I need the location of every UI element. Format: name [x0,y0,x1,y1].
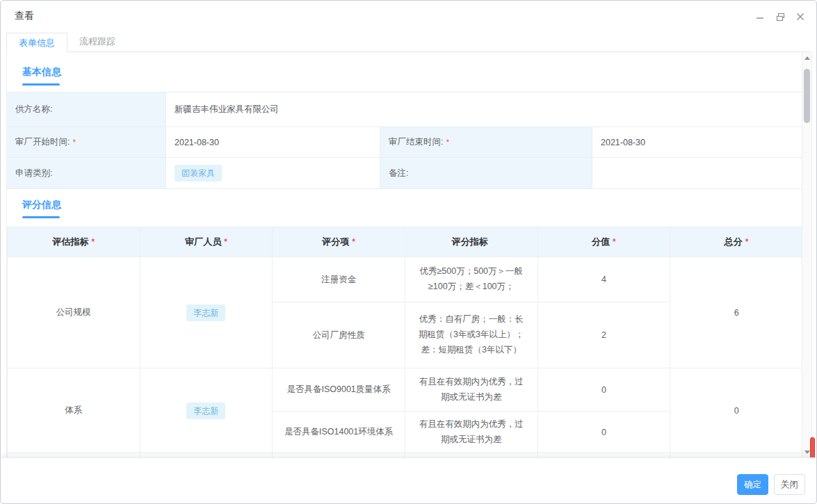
cell-indicator-system: 体系 [8,368,140,453]
field-value-apply-category: 固装家具 [166,158,380,189]
col-header-score-item: 评分项* [273,227,405,257]
cell-total-score: 0 [670,368,803,453]
minimize-icon [756,13,764,21]
required-mark: * [446,138,449,147]
cell-score-criteria: 优秀：自有厂房；一般：长期租赁（3年或3年以上）；差：短期租赁（3年以下） [405,302,537,368]
cell-auditor: 李志新 [140,368,273,453]
cell-score-value: 0 [537,412,670,453]
field-label-supplier-name: 供方名称: [7,92,166,127]
col-header-score-value: 分值* [537,227,670,257]
scroll-down-arrow-icon[interactable] [804,450,810,454]
required-mark: * [745,237,749,247]
cell-score-criteria: 有且在有效期内为优秀，过期或无证书为差 [405,412,537,453]
field-label-apply-category: 申请类别: [7,158,166,189]
col-header-audit-staff: 审厂人员* [140,227,273,257]
auditor-tag: 李志新 [186,304,225,321]
restore-button[interactable] [775,12,785,22]
cell-score-criteria: 优秀≥500万；500万＞一般≥100万；差＜100万； [405,257,537,302]
cell-score-item: 是否具备ISO9001质量体系 [273,368,405,412]
cell-score-value: 2 [537,302,670,368]
scrollbar-thumb[interactable] [804,69,810,123]
dialog-footer: 确定 关闭 [1,457,816,503]
field-value-audit-end-time: 2021-08-30 [592,127,803,158]
tab-bar: 表单信息 流程跟踪 [6,33,811,52]
cell-score-item: 公司厂房性质 [273,302,405,368]
cell-score-item: 注册资金 [273,257,405,302]
vertical-scrollbar[interactable] [802,52,811,458]
field-value-remark [592,158,803,189]
auditor-tag: 李志新 [186,403,225,419]
cell-indicator-company-scale: 公司规模 [8,257,140,368]
close-icon [796,13,804,21]
close-button[interactable] [795,12,805,22]
footer-buttons: 确定 关闭 [737,474,805,495]
dialog-title: 查看 [15,10,34,22]
basic-info-grid: 供方名称: 新疆吉丰伟业家具有限公司 审厂开始时间: * 2021-08-30 … [7,92,803,189]
cell-auditor: 李志新 [140,257,273,368]
required-mark: * [91,237,95,247]
cell-score-value: 0 [537,368,670,412]
required-mark: * [224,237,227,247]
cell-score-value: 4 [537,257,670,302]
field-value-supplier-name: 新疆吉丰伟业家具有限公司 [166,92,803,127]
restore-icon [776,13,785,22]
field-label-audit-start-time: 审厂开始时间: * [7,127,166,158]
confirm-button[interactable]: 确定 [737,474,768,495]
close-dialog-button[interactable]: 关闭 [774,474,805,495]
col-header-score-criteria: 评分指标 [405,227,537,257]
field-value-audit-start-time: 2021-08-30 [166,127,380,158]
category-tag: 固装家具 [175,165,222,181]
col-header-evaluation-indicator: 评估指标* [8,227,140,257]
tab-process-tracking[interactable]: 流程跟踪 [67,32,127,51]
required-mark: * [352,237,355,247]
required-mark: * [72,138,76,147]
col-header-total-score: 总分* [670,227,803,257]
scroll-up-arrow-icon[interactable] [804,56,810,60]
cell-score-item: 是否具备ISO14001环境体系 [273,412,405,453]
cell-score-criteria: 有且在有效期内为优秀，过期或无证书为差 [405,368,537,412]
score-table: 评估指标* 审厂人员* 评分项* 评分指标 分值* 总分* 公司规模 李志新 注… [7,227,803,458]
window-controls [755,12,805,22]
field-label-audit-end-time: 审厂结束时间: * [380,127,592,158]
cell-total-score: 6 [670,257,803,368]
required-mark: * [613,237,616,247]
table-row: 体系 李志新 是否具备ISO9001质量体系 有且在有效期内为优秀，过期或无证书… [8,368,803,412]
score-table-header-row: 评估指标* 审厂人员* 评分项* 评分指标 分值* 总分* [8,227,803,257]
tab-form-info[interactable]: 表单信息 [6,33,67,52]
minimize-button[interactable] [755,12,765,22]
dialog-body: 基本信息 供方名称: 新疆吉丰伟业家具有限公司 审厂开始时间: * 2021-0… [6,52,812,458]
table-row: 公司规模 李志新 注册资金 优秀≥500万；500万＞一般≥100万；差＜100… [8,257,803,302]
section-title-basic-info: 基本信息 [22,66,803,86]
section-title-score-info: 评分信息 [22,199,803,218]
field-label-remark: 备注: [380,158,592,189]
